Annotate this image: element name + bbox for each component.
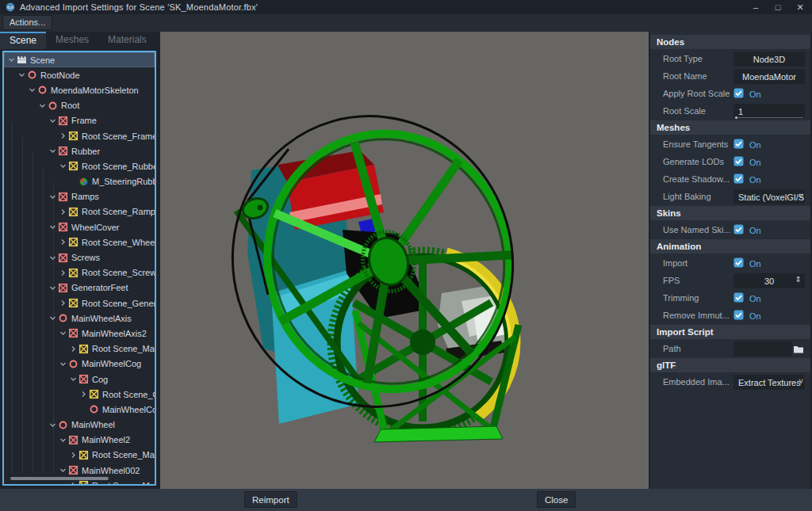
light-baking-dropdown[interactable]: Static (VoxelGI/S˅	[733, 189, 805, 204]
chevron-down-icon[interactable]	[48, 284, 57, 292]
chevron-down-icon[interactable]	[48, 254, 57, 262]
tree-row-frame[interactable]: Frame	[4, 113, 155, 128]
root-name-field[interactable]: MoendaMotor	[733, 69, 805, 84]
reimport-button[interactable]: Reimport	[244, 491, 297, 508]
updown-arrows-icon[interactable]: ⇕	[795, 275, 802, 284]
chevron-down-icon[interactable]	[59, 162, 67, 170]
tree-node-label: MainWheelAxis2	[82, 329, 147, 338]
tree-row-root-scene-cog[interactable]: Root Scene_Cog	[4, 387, 155, 402]
chevron-down-icon[interactable]	[17, 71, 26, 79]
tree-row-ramps[interactable]: Ramps	[4, 189, 155, 204]
ensure-tangents-checkbox[interactable]: On	[733, 137, 805, 152]
create-shadow-checkbox[interactable]: On	[733, 172, 805, 187]
tree-node-label: Frame	[71, 116, 97, 125]
root-type-button[interactable]: Node3D	[733, 51, 805, 67]
tree-row-cog[interactable]: Cog	[4, 372, 155, 387]
tree-row-mainwheelcog[interactable]: MainWheelCog	[4, 357, 155, 372]
tree-row-rootnode[interactable]: RootNode	[4, 67, 155, 82]
use-named-ski-checkbox[interactable]: On	[733, 223, 805, 238]
tree-row-mainwheelaxis[interactable]: MainWheelAxis	[4, 311, 155, 326]
property-row-create-shadow: Create Shadow...On	[650, 171, 810, 188]
tree-row-screws[interactable]: Screws	[4, 250, 155, 265]
tree-row-root-scene-frame[interactable]: Root Scene_Frame	[4, 128, 155, 143]
tree-row-root-scene-screws[interactable]: Root Scene_Screws	[4, 265, 155, 280]
section-header-animation: Animation	[650, 239, 810, 254]
chevron-down-icon[interactable]	[59, 466, 67, 475]
chevron-down-icon[interactable]	[38, 101, 47, 110]
tree-row-root-scene-rubber[interactable]: Root Scene_Rubber	[4, 158, 155, 174]
chevron-right-icon[interactable]	[59, 238, 67, 246]
fps-spinner[interactable]: 30⇕	[733, 273, 805, 288]
import-checkbox[interactable]: On	[733, 256, 805, 271]
checkbox-checked-icon	[733, 173, 744, 187]
tree-row-mainwheel[interactable]: MainWheel	[4, 418, 155, 433]
chevron-right-icon[interactable]	[69, 481, 78, 486]
tree-node-label: Screws	[71, 253, 100, 262]
chevron-down-icon[interactable]	[28, 86, 36, 94]
tree-row-moendamotorskeleton[interactable]: MoendaMotorSkeleton	[4, 82, 155, 97]
chevron-right-icon[interactable]	[79, 390, 88, 399]
tree-row-m-steeringrubber[interactable]: M_SteeringRubber	[4, 174, 155, 189]
path-field[interactable]	[733, 341, 792, 357]
tree-row-root[interactable]: Root	[4, 98, 155, 113]
tab-scene[interactable]: Scene	[0, 32, 46, 49]
chevron-down-icon[interactable]	[48, 147, 57, 155]
actions-menu-button[interactable]: Actions...	[2, 15, 52, 30]
minimize-button[interactable]: –	[750, 0, 761, 14]
tab-meshes[interactable]: Meshes	[46, 32, 98, 49]
chevron-down-icon[interactable]	[59, 329, 67, 337]
chevron-down-icon[interactable]	[69, 375, 78, 383]
checkbox-checked-icon	[733, 87, 744, 101]
chevron-down-icon[interactable]	[48, 116, 57, 125]
tree-node-label: MainWheel002	[82, 466, 140, 475]
tree-row-root-scene-ramps[interactable]: Root Scene_Ramps	[4, 204, 155, 219]
tree-row-wheelcover[interactable]: WheelCover	[4, 219, 155, 235]
tree-row-mainwheel2[interactable]: MainWheel2	[4, 433, 155, 448]
generate-lods-checkbox[interactable]: On	[733, 154, 805, 170]
chevron-right-icon[interactable]	[69, 345, 78, 353]
remove-immut-checkbox[interactable]: On	[733, 308, 805, 323]
tree-node-label: Root Scene_MainWheelA	[92, 344, 155, 353]
mesh-icon	[68, 131, 79, 141]
tree-row-mainwheelcog-end[interactable]: MainWheelCog_end	[4, 402, 155, 417]
chevron-down-icon[interactable]	[48, 223, 57, 231]
chevron-right-icon[interactable]	[59, 132, 67, 140]
close-window-button[interactable]: ✕	[795, 0, 806, 14]
property-label: Root Scale	[663, 103, 733, 120]
checkbox-checked-icon	[733, 257, 744, 271]
tree-row-root-scene-wheelcover[interactable]: Root Scene_WheelCover	[4, 235, 155, 250]
chevron-down-icon[interactable]	[7, 55, 16, 64]
chevron-down-icon[interactable]	[48, 314, 57, 322]
chevron-down-icon[interactable]	[48, 421, 57, 429]
property-label: Apply Root Scale	[663, 86, 733, 102]
property-row-light-baking: Light BakingStatic (VoxelGI/S˅	[650, 189, 810, 205]
apply-root-scale-checkbox[interactable]: On	[733, 86, 805, 101]
tree-row-root-scene-mainwheela[interactable]: Root Scene_MainWheelA	[4, 341, 155, 357]
slider-grabber[interactable]	[735, 116, 737, 119]
chevron-down-icon[interactable]	[48, 193, 57, 201]
maximize-button[interactable]: □	[772, 0, 783, 14]
tree-row-root-scene-generatorfee[interactable]: Root Scene_GeneratorFee	[4, 296, 155, 311]
tree-row-scene[interactable]: Scene	[4, 52, 155, 67]
chevron-right-icon[interactable]	[59, 269, 67, 277]
tree-node-label: MainWheelCog	[82, 359, 141, 368]
tree-row-root-scene-mainwhee[interactable]: Root Scene_MainWhee	[4, 448, 155, 463]
tree-row-generatorfeet[interactable]: GeneratorFeet	[4, 280, 155, 296]
section-header-meshes: Meshes	[650, 120, 810, 135]
node3d-icon	[37, 85, 48, 95]
tree-row-mainwheelaxis2[interactable]: MainWheelAxis2	[4, 326, 155, 341]
chevron-right-icon[interactable]	[59, 299, 67, 307]
close-button[interactable]: Close	[537, 491, 576, 508]
trimming-checkbox[interactable]: On	[733, 291, 805, 306]
tree-row-mainwheel002[interactable]: MainWheel002	[4, 463, 155, 478]
preview-viewport[interactable]	[160, 32, 649, 489]
chevron-right-icon[interactable]	[69, 451, 78, 460]
chevron-down-icon[interactable]	[59, 360, 67, 368]
chevron-right-icon[interactable]	[59, 208, 67, 216]
tab-materials[interactable]: Materials	[98, 32, 156, 49]
tree-horizontal-scrollbar[interactable]	[10, 477, 109, 480]
embedded-ima-dropdown[interactable]: Extract Textures˅	[733, 375, 805, 390]
tree-row-rubber[interactable]: Rubber	[4, 143, 155, 158]
folder-icon[interactable]	[793, 343, 805, 355]
chevron-down-icon[interactable]	[59, 436, 67, 444]
